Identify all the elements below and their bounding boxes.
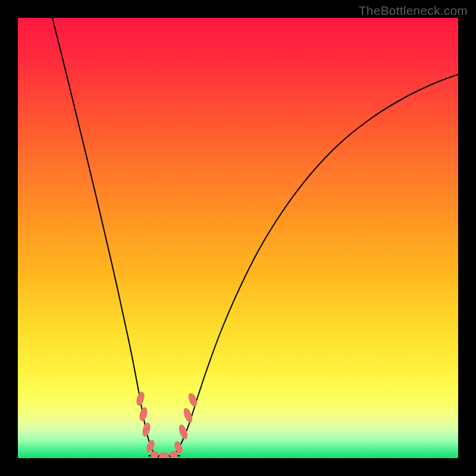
bottleneck-curve bbox=[18, 18, 458, 458]
curve-marker bbox=[135, 391, 146, 406]
curve-right-branch bbox=[170, 74, 458, 457]
chart-frame: TheBottleneck.com bbox=[0, 0, 476, 476]
watermark-text: TheBottleneck.com bbox=[359, 4, 468, 18]
plot-area bbox=[18, 18, 458, 458]
curve-marker bbox=[141, 422, 151, 437]
curve-marker bbox=[159, 452, 169, 458]
curve-marker bbox=[151, 451, 159, 458]
curve-marker bbox=[177, 424, 189, 441]
curve-marker bbox=[138, 406, 149, 422]
curve-marker bbox=[170, 451, 178, 458]
curve-left-branch bbox=[52, 18, 158, 457]
